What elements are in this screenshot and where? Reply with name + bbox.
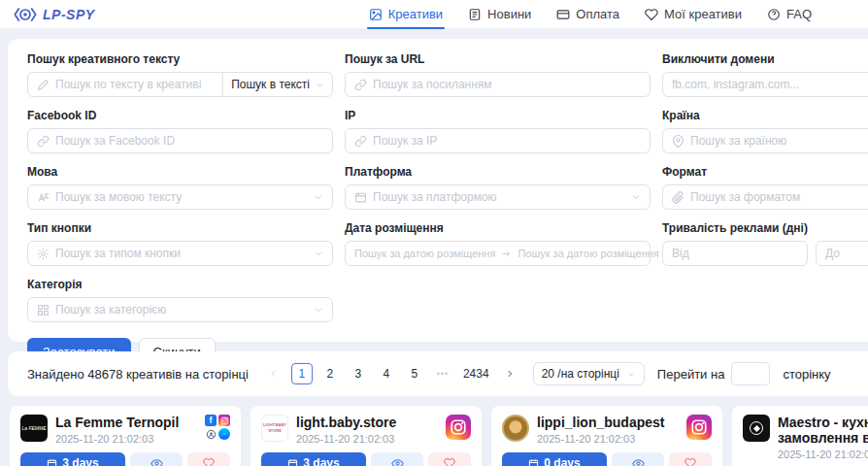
goto-page-suffix: сторінку bbox=[783, 367, 830, 382]
logo[interactable]: LP-SPY bbox=[14, 7, 95, 22]
chevron-right-icon bbox=[505, 369, 515, 379]
favorite-button[interactable] bbox=[669, 452, 712, 466]
category-select[interactable]: Пошук за категорією bbox=[27, 297, 333, 322]
paperclip-icon bbox=[672, 191, 684, 204]
field-language: Мова Пошук за мовою тексту bbox=[27, 165, 333, 210]
avatar bbox=[743, 415, 770, 442]
exclude-domains-input[interactable] bbox=[672, 78, 868, 91]
preview-button[interactable] bbox=[130, 452, 183, 466]
goto-page-input[interactable] bbox=[731, 362, 770, 385]
url-input[interactable] bbox=[373, 78, 641, 91]
chevron-down-icon bbox=[627, 370, 636, 379]
creative-card[interactable]: LIGHT.BABY STORE light.baby.store 2025-1… bbox=[250, 406, 482, 466]
card-timestamp: 2025-11-20 21:02:03 bbox=[537, 433, 679, 445]
eye-logo-icon bbox=[14, 7, 37, 22]
creative-text-mode-select[interactable]: Пошук в тексті bbox=[222, 72, 333, 97]
language-placeholder: Пошук за мовою тексту bbox=[55, 190, 308, 204]
nav-item-faq[interactable]: FAQ bbox=[767, 0, 812, 29]
nav-item-payment[interactable]: Оплата bbox=[556, 0, 619, 29]
favorite-button[interactable] bbox=[428, 452, 471, 466]
goto-page-label: Перейти на bbox=[657, 367, 725, 382]
facebook-icon: f bbox=[205, 415, 217, 426]
avatar bbox=[502, 415, 529, 442]
calendar-icon bbox=[528, 458, 539, 466]
chevron-left-icon bbox=[269, 369, 279, 379]
favorite-button[interactable] bbox=[187, 452, 230, 466]
card-timestamp: 2025-11-20 21:02:03 bbox=[55, 433, 197, 445]
field-url: Пошук за URL bbox=[345, 52, 651, 97]
translate-icon bbox=[37, 191, 50, 204]
category-placeholder: Пошук за категорією bbox=[55, 303, 308, 316]
creative-card[interactable]: lippi_lion_budapest 2025-11-20 21:02:03 … bbox=[491, 406, 722, 466]
card-title[interactable]: light.baby.store bbox=[296, 415, 438, 430]
nav-item-creatives[interactable]: Креативи bbox=[369, 0, 443, 29]
country-input[interactable] bbox=[690, 134, 868, 148]
mode-value: Пошук в тексті bbox=[231, 78, 310, 91]
pagination-last-page[interactable]: 2434 bbox=[460, 363, 492, 384]
picture-icon bbox=[369, 8, 383, 21]
date-from-placeholder: Пошук за датою розміщення bbox=[354, 248, 495, 259]
preview-button[interactable] bbox=[612, 452, 664, 466]
card-title[interactable]: lippi_lion_budapest bbox=[537, 415, 679, 430]
arrow-right-icon bbox=[501, 249, 512, 259]
pagination-prev-button[interactable] bbox=[263, 363, 284, 384]
card-title-line-1[interactable]: Maestro - кухні, ме bbox=[778, 415, 868, 430]
pagination-page-1[interactable]: 1 bbox=[291, 363, 313, 384]
link-icon bbox=[354, 79, 367, 91]
calendar-icon bbox=[287, 458, 298, 466]
card-title-line-2[interactable]: замовлення в Ужго bbox=[778, 430, 868, 446]
language-select[interactable]: Пошук за мовою тексту bbox=[27, 184, 333, 210]
field-label: Пошук за URL bbox=[345, 52, 651, 66]
field-format: Формат bbox=[662, 165, 868, 210]
news-icon bbox=[468, 8, 482, 21]
duration-to-input[interactable] bbox=[825, 247, 868, 260]
nav-label: Новини bbox=[487, 7, 531, 21]
nav-label: Оплата bbox=[576, 7, 619, 21]
duration-from-input[interactable] bbox=[672, 247, 798, 260]
platform-select[interactable]: Пошук за платформою bbox=[345, 184, 651, 210]
ip-input[interactable] bbox=[373, 134, 641, 148]
avatar: LIGHT.BABY STORE bbox=[261, 415, 288, 442]
gear-icon bbox=[37, 248, 50, 260]
creative-card[interactable]: Maestro - кухні, ме замовлення в Ужго 20… bbox=[732, 406, 868, 466]
platform-placeholder: Пошук за платформою bbox=[373, 190, 625, 204]
field-label: Дата розміщення bbox=[345, 221, 651, 235]
field-label: Формат bbox=[662, 165, 868, 179]
results-bar: Знайдено 48678 креативів на сторінці 1 2… bbox=[8, 351, 868, 396]
eye-icon bbox=[150, 457, 163, 466]
nav-item-my-creatives[interactable]: Мої креативи bbox=[645, 0, 742, 29]
preview-button[interactable] bbox=[371, 452, 423, 466]
heart-icon bbox=[444, 457, 455, 466]
heart-icon bbox=[645, 8, 658, 21]
pagination-page-4[interactable]: 4 bbox=[376, 363, 397, 384]
chevron-down-icon bbox=[314, 305, 323, 315]
creative-cards-row: La FEMME La Femme Ternopil 2025-11-20 21… bbox=[10, 406, 868, 466]
facebook-id-input[interactable] bbox=[55, 134, 323, 148]
nav-label: Креативи bbox=[388, 7, 443, 21]
pagination-ellipsis[interactable]: ••• bbox=[432, 363, 453, 384]
filters-panel: Пошук креативного тексту Пошук в тексті … bbox=[8, 39, 868, 342]
days-running-button[interactable]: 3 days bbox=[20, 452, 125, 466]
page-size-select[interactable]: 20 /на сторінці bbox=[533, 362, 645, 385]
avatar: La FEMME bbox=[20, 415, 48, 442]
format-input[interactable] bbox=[690, 190, 868, 204]
creative-text-input[interactable] bbox=[55, 78, 214, 91]
field-label: Виключити домени bbox=[662, 52, 868, 66]
date-to-placeholder: Пошук за датою розміщення bbox=[517, 248, 658, 259]
button-type-select[interactable]: Пошук за типом кнопки bbox=[27, 241, 333, 266]
instagram-icon bbox=[686, 415, 712, 440]
nav-item-news[interactable]: Новини bbox=[468, 0, 531, 29]
pagination-next-button[interactable] bbox=[499, 363, 520, 384]
pencil-icon bbox=[37, 79, 50, 91]
days-running-button[interactable]: 0 days bbox=[502, 452, 607, 466]
question-circle-icon bbox=[767, 8, 781, 21]
creative-card[interactable]: La FEMME La Femme Ternopil 2025-11-20 21… bbox=[10, 406, 241, 466]
days-running-button[interactable]: 3 days bbox=[261, 452, 366, 466]
card-title[interactable]: La Femme Ternopil bbox=[55, 415, 197, 430]
pagination-page-3[interactable]: 3 bbox=[348, 363, 369, 384]
pagination-page-5[interactable]: 5 bbox=[404, 363, 425, 384]
field-facebook-id: Facebook ID bbox=[27, 109, 333, 153]
nav-label: FAQ bbox=[786, 7, 812, 21]
date-range-picker[interactable]: Пошук за датою розміщення Пошук за датою… bbox=[345, 241, 651, 266]
pagination-page-2[interactable]: 2 bbox=[319, 363, 341, 384]
